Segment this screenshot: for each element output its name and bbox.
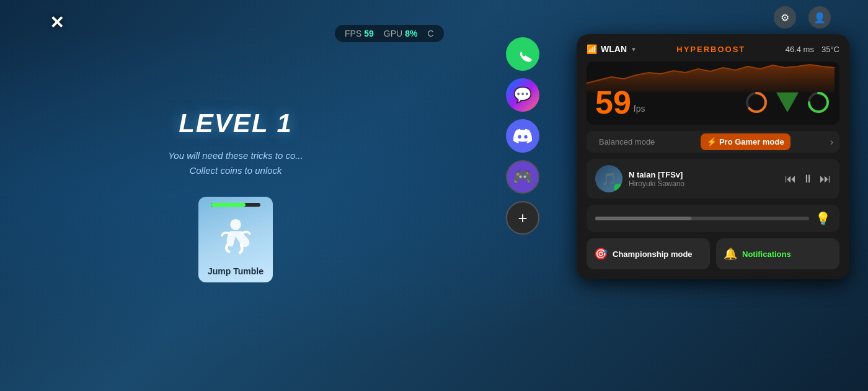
- app-whatsapp[interactable]: [506, 37, 539, 71]
- brightness-slider-track[interactable]: [595, 217, 809, 220]
- balanced-mode-button[interactable]: Balanced mode: [593, 133, 661, 150]
- performance-arc-green: [806, 90, 831, 115]
- hb-fps-display: 59 fps: [595, 86, 645, 119]
- trick-svg: [214, 215, 257, 258]
- championship-icon: 🎯: [594, 247, 608, 261]
- hb-fps-unit: fps: [634, 104, 645, 114]
- hb-bottom-buttons: 🎯 Championship mode 🔔 Notifications: [587, 238, 839, 269]
- hb-stats: 46.4 ms 35°C: [786, 45, 839, 54]
- music-avatar: [595, 165, 622, 192]
- music-controls: ⏮ ⏸ ⏭: [785, 173, 831, 186]
- music-artist: Hiroyuki Sawano: [629, 179, 779, 188]
- wifi-icon: 📶: [587, 44, 597, 54]
- app-gamepad[interactable]: 🎮: [506, 160, 539, 194]
- spotify-dot: [614, 184, 622, 192]
- gpu-value: 8%: [405, 29, 417, 38]
- subtitle-line2: Collect coins to unlock: [189, 165, 281, 176]
- mode-chevron-icon: ›: [830, 137, 833, 148]
- level-subtitle: You will need these tricks to co... Coll…: [168, 148, 303, 178]
- cpu-label: C: [427, 29, 433, 38]
- hb-logo: HYPERBOOST: [676, 45, 745, 54]
- wlan-dropdown-icon: ▼: [631, 46, 637, 53]
- hb-brightness: 💡: [587, 205, 839, 232]
- subtitle-line1: You will need these tricks to co...: [168, 150, 303, 161]
- pause-button[interactable]: ⏸: [802, 173, 813, 186]
- hb-top-row: 📶 WLAN ▼ HYPERBOOST 46.4 ms 35°C: [587, 44, 839, 54]
- brightness-slider-fill: [595, 217, 691, 220]
- side-panel: 💬 🎮 +: [506, 37, 539, 235]
- hb-modes: Balanced mode ⚡ Pro Gamer mode ›: [587, 131, 839, 153]
- hyper-text: HYPER: [676, 45, 711, 54]
- fps-display: FPS 59: [345, 29, 374, 38]
- fps-label: FPS: [345, 29, 361, 38]
- hb-indicators: [744, 90, 831, 115]
- pro-gamer-mode-button[interactable]: ⚡ Pro Gamer mode: [701, 133, 790, 150]
- trick-icon: [211, 212, 260, 261]
- bell-icon: 🔔: [724, 247, 737, 261]
- boost-text: BOOST: [711, 45, 745, 54]
- hb-wlan[interactable]: 📶 WLAN ▼: [587, 44, 637, 54]
- svg-point-0: [230, 219, 241, 230]
- next-button[interactable]: ⏭: [820, 173, 831, 186]
- top-hud: FPS 59 GPU 8% C: [335, 25, 444, 42]
- wlan-label: WLAN: [601, 44, 627, 54]
- gpu-label: GPU: [384, 29, 402, 38]
- level-title: LEVEL 1: [179, 109, 293, 138]
- notifications-label: Notifications: [742, 249, 791, 259]
- trick-name: Jump Tumble: [208, 266, 264, 276]
- hb-fps-number: 59: [595, 86, 631, 119]
- brightness-icon: 💡: [815, 211, 831, 226]
- app-add-button[interactable]: +: [506, 201, 539, 235]
- prev-button[interactable]: ⏮: [785, 173, 796, 186]
- fps-down-indicator: [775, 90, 800, 115]
- close-button[interactable]: ✕: [50, 12, 64, 33]
- hb-fps-row: 59 fps: [595, 86, 831, 119]
- notifications-button[interactable]: 🔔 Notifications: [716, 238, 839, 269]
- fps-value: 59: [364, 29, 374, 38]
- trick-card[interactable]: Jump Tumble: [198, 197, 273, 282]
- hb-fps-section: 59 fps: [587, 61, 839, 125]
- hb-music-player: N taian [TFSv] Hiroyuki Sawano ⏮ ⏸ ⏭: [587, 159, 839, 199]
- hyperboost-panel: 📶 WLAN ▼ HYPERBOOST 46.4 ms 35°C: [577, 34, 849, 279]
- cpu-display: C: [427, 29, 433, 38]
- music-info: N taian [TFSv] Hiroyuki Sawano: [629, 170, 779, 188]
- championship-mode-button[interactable]: 🎯 Championship mode: [587, 238, 710, 269]
- championship-label: Championship mode: [613, 249, 693, 259]
- app-messenger[interactable]: 💬: [506, 78, 539, 112]
- temp-value: 35°C: [822, 45, 839, 54]
- performance-arc-orange: [744, 90, 769, 115]
- app-discord[interactable]: [506, 119, 539, 153]
- game-area: LEVEL 1 You will need these tricks to co…: [0, 0, 471, 391]
- gpu-display: GPU 8%: [384, 29, 418, 38]
- trick-progress-bar: [211, 203, 260, 207]
- triangle-icon: [776, 92, 799, 112]
- top-right-icons: ⚙ 👤: [774, 6, 831, 29]
- top-right-icon-1[interactable]: ⚙: [774, 6, 796, 29]
- top-right-icon-2[interactable]: 👤: [808, 6, 831, 29]
- music-title: N taian [TFSv]: [629, 170, 779, 179]
- trick-progress-fill: [211, 203, 246, 207]
- ping-value: 46.4 ms: [786, 45, 814, 54]
